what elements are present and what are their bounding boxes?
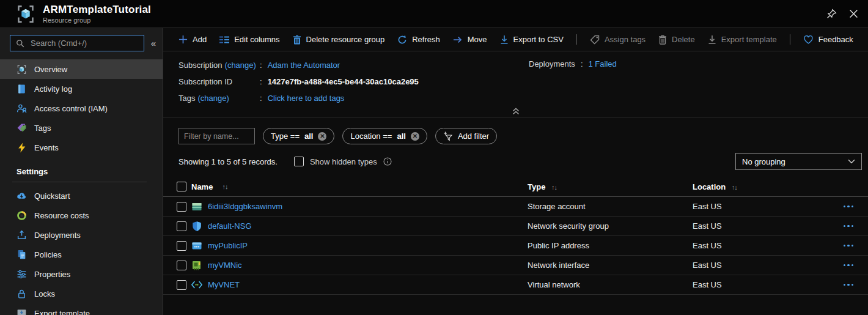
remove-type-filter-icon[interactable]: ✕ xyxy=(318,132,326,141)
table-row: 6idiii3ldggbksawinvm Storage account Eas… xyxy=(163,197,868,217)
add-filter-button[interactable]: Add filter xyxy=(435,128,497,144)
sidebar-item-export-template[interactable]: Export template xyxy=(0,303,163,315)
sidebar-item-overview[interactable]: Overview xyxy=(0,59,163,79)
info-icon xyxy=(383,157,392,166)
pin-button[interactable] xyxy=(826,9,837,19)
add-tags-link[interactable]: Click here to add tags xyxy=(268,94,345,103)
row-checkbox[interactable] xyxy=(177,280,186,290)
sidebar-item-access-control[interactable]: Access control (IAM) xyxy=(0,98,163,118)
colon: : xyxy=(581,59,583,69)
sidebar-item-label: Locks xyxy=(34,289,55,298)
resource-link[interactable]: MyVNET xyxy=(208,280,240,289)
deployments-failed-link[interactable]: 1 Failed xyxy=(589,59,617,69)
context-menu-button[interactable] xyxy=(830,225,855,228)
resource-type: Public IP address xyxy=(528,241,693,250)
command-bar: Add Edit columns xyxy=(163,28,868,51)
sort-icon: ↑↓ xyxy=(222,183,227,190)
resource-link[interactable]: myPublicIP xyxy=(208,241,248,250)
sidebar-item-label: Access control (IAM) xyxy=(34,104,108,113)
add-button[interactable]: Add xyxy=(178,35,207,44)
resource-link[interactable]: 6idiii3ldggbksawinvm xyxy=(208,202,282,211)
resource-location: East US xyxy=(693,241,830,250)
add-label: Add xyxy=(193,35,207,44)
resource-link[interactable]: default-NSG xyxy=(208,221,252,231)
subscription-change-link[interactable]: (change) xyxy=(225,61,256,70)
plus-icon xyxy=(178,35,188,44)
feedback-button[interactable]: Feedback xyxy=(803,35,853,45)
row-checkbox[interactable] xyxy=(177,261,186,270)
table-row: myPublicIP Public IP address East US xyxy=(163,236,868,256)
show-hidden-types-toggle[interactable]: Show hidden types xyxy=(294,157,392,166)
sidebar-item-tags[interactable]: Tags xyxy=(0,118,163,138)
sidebar-search xyxy=(10,35,144,51)
resource-type: Network interface xyxy=(528,261,693,270)
move-button[interactable]: Move xyxy=(453,35,487,44)
collapse-essentials-button[interactable] xyxy=(512,108,520,115)
sidebar-item-activity-log[interactable]: Activity log xyxy=(0,79,163,98)
deployments-label: Deployments xyxy=(529,59,575,69)
sidebar-item-properties[interactable]: Properties xyxy=(0,264,163,284)
export-template-button[interactable]: Export template xyxy=(708,35,777,45)
sidebar-item-label: Resource costs xyxy=(34,211,89,220)
context-menu-button[interactable] xyxy=(830,206,855,208)
sort-icon: ↑↓ xyxy=(551,183,557,191)
delete-resource-group-button[interactable]: Delete resource group xyxy=(293,35,385,45)
row-checkbox[interactable] xyxy=(177,221,186,231)
row-checkbox[interactable] xyxy=(177,241,186,251)
export-csv-button[interactable]: Export to CSV xyxy=(500,35,564,45)
grouping-dropdown[interactable]: No grouping xyxy=(735,153,862,170)
resources-table: Name ↑↓ Type ↑↓ Location ↑↓ xyxy=(163,177,868,295)
sidebar-item-policies[interactable]: Policies xyxy=(0,245,163,264)
resource-location: East US xyxy=(693,261,830,270)
context-menu-button[interactable] xyxy=(830,245,855,247)
tag-icon xyxy=(590,35,600,45)
public-ip-icon xyxy=(191,240,202,251)
remove-location-filter-icon[interactable]: ✕ xyxy=(411,132,419,141)
filter-by-name-input[interactable] xyxy=(178,128,255,144)
edit-columns-label: Edit columns xyxy=(234,35,279,44)
refresh-button[interactable]: Refresh xyxy=(397,35,440,45)
subscription-label: Subscription xyxy=(178,61,223,70)
trash-outline-icon xyxy=(658,35,667,45)
tags-change-link[interactable]: (change) xyxy=(197,94,229,103)
resource-type: Storage account xyxy=(528,202,693,211)
toolbar-divider xyxy=(576,34,577,45)
subscription-value-link[interactable]: Adam the Automator xyxy=(268,61,340,70)
context-menu-button[interactable] xyxy=(830,284,855,286)
column-header-type[interactable]: Type xyxy=(528,182,545,191)
type-filter-pill[interactable]: Type == all ✕ xyxy=(263,128,334,144)
resource-location: East US xyxy=(693,221,830,231)
column-header-name[interactable]: Name xyxy=(191,182,213,191)
download-icon xyxy=(708,35,716,45)
resource-link[interactable]: myVMNic xyxy=(208,261,242,270)
sidebar-item-deployments[interactable]: Deployments xyxy=(0,225,163,245)
export-template-label: Export template xyxy=(721,35,777,44)
select-all-checkbox[interactable] xyxy=(177,182,186,191)
resource-type: Virtual network xyxy=(528,280,693,289)
lightning-icon xyxy=(17,143,27,153)
add-filter-label: Add filter xyxy=(458,132,489,141)
sidebar-item-locks[interactable]: Locks xyxy=(0,284,163,303)
tags-label: Tags xyxy=(178,94,195,103)
search-input[interactable] xyxy=(29,38,138,48)
chevron-down-icon xyxy=(848,159,855,164)
virtual-network-icon xyxy=(191,280,202,291)
sidebar-item-quickstart[interactable]: Quickstart xyxy=(0,186,163,206)
sidebar-item-resource-costs[interactable]: Resource costs xyxy=(0,206,163,225)
show-hidden-types-checkbox[interactable] xyxy=(294,157,304,166)
context-menu-button[interactable] xyxy=(830,264,855,267)
assign-tags-button[interactable]: Assign tags xyxy=(590,35,645,45)
row-checkbox[interactable] xyxy=(177,202,186,212)
assign-tags-label: Assign tags xyxy=(605,35,645,44)
sidebar-collapse-button[interactable]: « xyxy=(150,38,157,48)
location-filter-pill[interactable]: Location == all ✕ xyxy=(342,128,427,144)
deployments-icon xyxy=(17,230,27,240)
column-header-location[interactable]: Location xyxy=(693,182,726,191)
edit-columns-button[interactable]: Edit columns xyxy=(219,35,279,44)
delete-button[interactable]: Delete xyxy=(658,35,695,45)
sidebar-item-events[interactable]: Events xyxy=(0,138,163,157)
sidebar-item-label: Tags xyxy=(34,124,51,133)
location-filter-value: all xyxy=(397,132,405,141)
close-button[interactable] xyxy=(849,9,858,18)
policies-icon xyxy=(17,250,27,260)
